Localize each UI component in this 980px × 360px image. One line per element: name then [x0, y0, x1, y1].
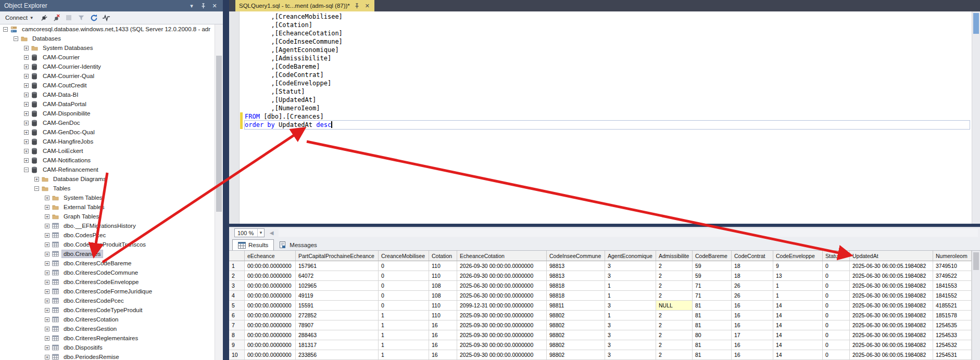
grid-cell[interactable]: 0	[823, 330, 850, 340]
tree-item[interactable]: +CAM-GenDoc	[0, 118, 215, 127]
grid-cell[interactable]: 0	[379, 291, 429, 301]
grid-cell[interactable]: 13	[773, 271, 823, 281]
grid-cell[interactable]: 2025-06-30 06:00:05.1984082	[850, 281, 933, 291]
grid-cell[interactable]: 9	[773, 261, 823, 271]
grid-cell[interactable]: 98811	[547, 301, 605, 311]
grid-cell[interactable]: 0	[823, 291, 850, 301]
grid-cell[interactable]: 157961	[296, 261, 379, 271]
row-number[interactable]: 9	[229, 340, 245, 350]
editor-vertical-scrollbar[interactable]	[972, 11, 980, 224]
grid-cell[interactable]: 59	[693, 271, 732, 281]
grid-cell[interactable]: 16	[732, 350, 773, 360]
row-number[interactable]: 3	[229, 281, 245, 291]
row-number[interactable]: 7	[229, 320, 245, 330]
tree-item[interactable]: +dbo.CriteresCotation	[0, 315, 215, 324]
pin-icon[interactable]	[354, 3, 360, 9]
grid-cell[interactable]: 98802	[547, 311, 605, 320]
stop-icon[interactable]	[65, 14, 73, 22]
grid-cell[interactable]: 1841552	[933, 291, 972, 301]
expander-icon[interactable]: +	[24, 102, 29, 107]
grid-cell[interactable]: 2	[656, 261, 693, 271]
object-explorer-titlebar[interactable]: Object Explorer ▾ ✕	[0, 0, 223, 11]
grid-cell[interactable]: 2025-06-30 06:00:05.1984082	[850, 271, 933, 281]
grid-cell[interactable]: 2	[656, 291, 693, 301]
expander-icon[interactable]: +	[45, 299, 49, 303]
grid-cell[interactable]: 1254531	[933, 350, 972, 360]
grid-cell[interactable]: 81	[693, 311, 732, 320]
grid-cell[interactable]: 81	[693, 301, 732, 311]
grid-cell[interactable]: 98818	[547, 281, 605, 291]
grid-cell[interactable]: 00:00:00.0000000	[245, 291, 296, 301]
grid-cell[interactable]: 00:00:00.0000000	[245, 340, 296, 350]
row-number[interactable]: 6	[229, 311, 245, 320]
grid-cell[interactable]: 1	[605, 291, 656, 301]
expander-icon[interactable]: +	[45, 224, 49, 228]
tree-item[interactable]: +External Tables	[0, 202, 215, 212]
grid-cell[interactable]: 0	[379, 301, 429, 311]
tree-item[interactable]: +dbo.CriteresReglementaires	[0, 333, 215, 343]
expander-icon[interactable]: +	[45, 261, 49, 266]
grid-cell[interactable]: 2025-06-30 06:00:05.1984082	[850, 340, 933, 350]
expander-icon[interactable]: −	[34, 186, 39, 191]
tree-item[interactable]: +System Tables	[0, 193, 215, 202]
expander-icon[interactable]: −	[24, 168, 29, 172]
grid-cell[interactable]: 2026-09-30 00:00:00.0000000	[457, 271, 547, 281]
grid-cell[interactable]: 14	[773, 320, 823, 330]
grid-cell[interactable]: 2025-06-30 06:00:05.1984082	[850, 311, 933, 320]
grid-cell[interactable]: 14	[773, 311, 823, 320]
grid-cell[interactable]: 14	[773, 350, 823, 360]
grid-cell[interactable]: 3	[605, 271, 656, 281]
grid-cell[interactable]: 3	[605, 350, 656, 360]
tab-results[interactable]: Results	[232, 239, 274, 250]
grid-cell[interactable]: 98802	[547, 330, 605, 340]
expander-icon[interactable]: +	[24, 111, 29, 116]
grid-cell[interactable]: 14	[773, 340, 823, 350]
expander-icon[interactable]: +	[24, 46, 29, 50]
grid-cell[interactable]: 102965	[296, 281, 379, 291]
sql-editor[interactable]: ,[CreanceMobilisee] ,[Cotation] ,[Echean…	[229, 11, 980, 224]
tree-item[interactable]: +CAM-DataPortal	[0, 99, 215, 109]
tree-item[interactable]: +CAM-HangfireJobs	[0, 137, 215, 146]
grid-corner-cell[interactable]	[229, 251, 245, 261]
grid-cell[interactable]: 0	[823, 311, 850, 320]
tree-item[interactable]: +Graph Tables	[0, 212, 215, 221]
grid-cell[interactable]: 16	[732, 301, 773, 311]
grid-cell[interactable]: 2025-06-30 00:00:00.0000000	[457, 281, 547, 291]
query-tab[interactable]: SQLQuery1.sql - tc...ment (adm-sql (87))…	[235, 0, 374, 11]
grid-cell[interactable]: 2025-09-30 00:00:00.0000000	[457, 340, 547, 350]
expander-icon[interactable]: +	[24, 121, 29, 125]
expander-icon[interactable]: +	[45, 280, 49, 285]
grid-cell[interactable]: 0	[379, 271, 429, 281]
tree-item[interactable]: +CAM-Disponibilite	[0, 109, 215, 118]
grid-cell[interactable]: 110	[429, 271, 457, 281]
grid-cell[interactable]: 2	[656, 330, 693, 340]
grid-cell[interactable]: 49119	[296, 291, 379, 301]
grid-cell[interactable]: 0	[823, 350, 850, 360]
grid-cell[interactable]: 78907	[296, 320, 379, 330]
tree-item[interactable]: +dbo.CriteresCodeCommune	[0, 268, 215, 277]
grid-cell[interactable]: 2025-09-30 00:00:00.0000000	[457, 320, 547, 330]
grid-cell[interactable]: 1	[605, 281, 656, 291]
row-number[interactable]: 2	[229, 271, 245, 281]
grid-cell[interactable]: 2025-06-30 06:00:05.1984082	[850, 320, 933, 330]
grid-cell[interactable]: 110	[429, 301, 457, 311]
row-number[interactable]: 10	[229, 350, 245, 360]
grid-cell[interactable]: 1	[379, 350, 429, 360]
grid-cell[interactable]: 2	[656, 350, 693, 360]
grid-cell[interactable]: 17	[732, 330, 773, 340]
grid-cell[interactable]: 16	[429, 350, 457, 360]
grid-cell[interactable]: 1841553	[933, 281, 972, 291]
expander-icon[interactable]: +	[24, 139, 29, 144]
connect-button[interactable]: Connect ▼	[3, 14, 36, 22]
expander-icon[interactable]: +	[24, 149, 29, 153]
grid-cell[interactable]: 108	[429, 291, 457, 301]
grid-cell[interactable]: 1	[379, 340, 429, 350]
expander-icon[interactable]: +	[45, 271, 49, 275]
grid-cell[interactable]: 00:00:00.0000000	[245, 311, 296, 320]
expander-icon[interactable]: +	[45, 327, 49, 331]
grid-cell[interactable]: 110	[429, 311, 457, 320]
column-header[interactable]: PartCapitalProchaineEcheance	[296, 251, 379, 261]
grid-cell[interactable]: 81	[693, 320, 732, 330]
grid-cell[interactable]: 3749522	[933, 271, 972, 281]
tree-item[interactable]: +dbo.CriteresCodePcec	[0, 296, 215, 305]
